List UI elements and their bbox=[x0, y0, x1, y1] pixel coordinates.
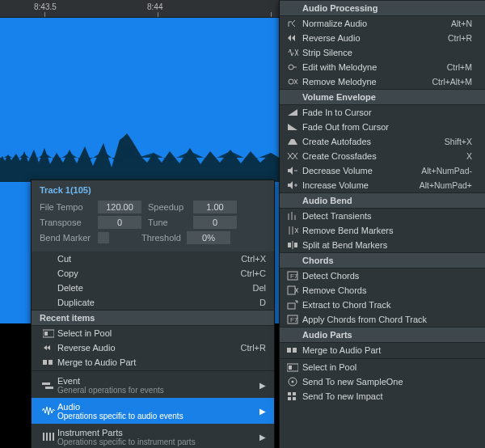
menu-cut[interactable]: CutCtrl+X bbox=[32, 251, 274, 266]
menu-select-in-pool[interactable]: Select in Pool bbox=[32, 326, 274, 340]
strip-silence-icon bbox=[283, 47, 302, 58]
svg-rect-13 bbox=[294, 243, 297, 247]
svg-rect-20 bbox=[287, 348, 291, 353]
menu-header-recent: Recent items bbox=[32, 310, 274, 326]
menu-merge-audio-part-2[interactable]: Merge to Audio Part bbox=[280, 343, 485, 357]
svg-rect-18 bbox=[288, 315, 297, 323]
svg-rect-4 bbox=[42, 382, 50, 385]
audio-submenu: Audio Processing Normalize AudioAlt+N Re… bbox=[279, 0, 485, 448]
svg-rect-7 bbox=[46, 433, 48, 441]
transpose-label: Transpose bbox=[40, 218, 98, 227]
svg-rect-8 bbox=[49, 433, 51, 441]
submenu-header-processing: Audio Processing bbox=[280, 0, 485, 16]
menu-copy[interactable]: CopyCtrl+C bbox=[32, 266, 274, 281]
bend-marker-checkbox[interactable] bbox=[98, 232, 109, 243]
menu-increase-volume[interactable]: Increase VolumeAlt+NumPad+ bbox=[280, 178, 485, 192]
apply-chords-icon: F7 bbox=[283, 314, 302, 325]
split-icon bbox=[283, 239, 302, 251]
remove-chords-icon bbox=[283, 285, 302, 296]
track-properties-panel: Track 1(105) File Tempo 120.00 Speedup 1… bbox=[32, 180, 274, 251]
normalize-icon bbox=[283, 18, 302, 29]
menu-decrease-volume[interactable]: Decrease VolumeAlt+NumPad- bbox=[280, 163, 485, 178]
time-marker: 8:44 bbox=[147, 2, 162, 11]
menu-extract-chord-track[interactable]: Extract to Chord Track bbox=[280, 298, 485, 312]
extract-chords-icon bbox=[283, 299, 302, 311]
detect-chords-icon: F7 bbox=[283, 270, 302, 281]
svg-rect-23 bbox=[289, 366, 292, 370]
menu-remove-chords[interactable]: Remove Chords bbox=[280, 283, 485, 298]
menu-merge-audio-part[interactable]: Merge to Audio Part bbox=[32, 355, 274, 370]
menu-event-submenu[interactable]: Event General operations for events ▶ bbox=[32, 372, 274, 398]
svg-rect-17 bbox=[288, 303, 295, 309]
tune-label: Tune bbox=[148, 218, 193, 227]
svg-rect-28 bbox=[288, 397, 291, 400]
svg-rect-6 bbox=[43, 433, 44, 441]
bend-marker-label: Bend Marker bbox=[40, 233, 98, 243]
menu-split-bend-markers[interactable]: Split at Bend Markers bbox=[280, 238, 485, 252]
fade-in-icon bbox=[283, 107, 302, 118]
transpose-field[interactable]: 0 bbox=[98, 216, 141, 229]
svg-point-25 bbox=[292, 381, 294, 383]
menu-normalize-audio[interactable]: Normalize AudioAlt+N bbox=[280, 16, 485, 31]
svg-rect-3 bbox=[48, 360, 53, 365]
svg-text:F7: F7 bbox=[290, 273, 298, 280]
autofades-icon bbox=[283, 136, 302, 147]
tune-field[interactable]: 0 bbox=[193, 216, 237, 229]
speedup-field[interactable]: 1.00 bbox=[193, 201, 237, 213]
file-tempo-field[interactable]: 120.00 bbox=[98, 201, 141, 213]
time-marker: 8:43.5 bbox=[34, 2, 57, 11]
fade-out-icon bbox=[283, 121, 302, 133]
reverse-icon bbox=[283, 32, 302, 44]
reverse-icon bbox=[40, 342, 57, 353]
svg-rect-12 bbox=[288, 243, 291, 247]
menu-create-autofades[interactable]: Create AutofadesShift+X bbox=[280, 134, 485, 149]
track-context-menu: Track 1(105) File Tempo 120.00 Speedup 1… bbox=[31, 180, 275, 448]
timeline-ruler[interactable]: 8:43.5 8:44 bbox=[0, 0, 279, 18]
menu-duplicate[interactable]: DuplicateD bbox=[32, 295, 274, 310]
menu-select-in-pool-2[interactable]: Select in Pool bbox=[280, 360, 485, 374]
menu-delete[interactable]: DeleteDel bbox=[32, 281, 274, 295]
remove-markers-icon bbox=[283, 225, 302, 236]
svg-rect-16 bbox=[288, 286, 295, 294]
volume-down-icon bbox=[283, 165, 302, 176]
merge-icon bbox=[40, 357, 57, 368]
merge-icon bbox=[283, 344, 302, 356]
submenu-header-chords: Chords bbox=[280, 252, 485, 268]
menu-apply-chords[interactable]: F7Apply Chords from Chord Track bbox=[280, 312, 485, 327]
menu-detect-chords[interactable]: F7Detect Chords bbox=[280, 268, 485, 283]
svg-rect-29 bbox=[293, 397, 296, 400]
svg-rect-5 bbox=[45, 387, 53, 389]
svg-rect-21 bbox=[293, 348, 297, 353]
svg-rect-26 bbox=[288, 392, 291, 395]
svg-point-10 bbox=[289, 65, 293, 70]
file-tempo-label: File Tempo bbox=[40, 202, 98, 212]
menu-remove-bend-markers[interactable]: Remove Bend Markers bbox=[280, 223, 485, 238]
menu-remove-melodyne[interactable]: Remove MelodyneCtrl+Alt+M bbox=[280, 74, 485, 89]
waveform bbox=[0, 133, 279, 182]
menu-reverse-audio[interactable]: Reverse AudioCtrl+R bbox=[32, 340, 274, 355]
pool-icon bbox=[40, 328, 57, 339]
crossfades-icon bbox=[283, 150, 302, 162]
melodyne-icon bbox=[283, 61, 302, 73]
svg-point-24 bbox=[289, 378, 297, 386]
remove-melodyne-icon bbox=[283, 76, 302, 87]
menu-audio-submenu[interactable]: Audio Operations specific to audio event… bbox=[32, 398, 274, 424]
menu-edit-melodyne[interactable]: Edit with MelodyneCtrl+M bbox=[280, 60, 485, 74]
svg-text:F7: F7 bbox=[290, 316, 298, 323]
menu-send-impact[interactable]: Send To new Impact bbox=[280, 389, 485, 404]
menu-reverse-audio-2[interactable]: Reverse AudioCtrl+R bbox=[280, 31, 485, 45]
audio-wave-icon bbox=[40, 405, 57, 416]
menu-detect-transients[interactable]: Detect Transients bbox=[280, 209, 485, 223]
threshold-label: Threshold bbox=[141, 233, 187, 243]
menu-strip-silence[interactable]: Strip Silence bbox=[280, 45, 485, 60]
menu-create-crossfades[interactable]: Create CrossfadesX bbox=[280, 149, 485, 163]
menu-fade-in[interactable]: Fade In to Cursor bbox=[280, 105, 485, 120]
menu-send-sampleone[interactable]: Send To new SampleOne bbox=[280, 374, 485, 389]
threshold-field[interactable]: 0% bbox=[187, 231, 230, 244]
submenu-header-parts: Audio Parts bbox=[280, 327, 485, 343]
sampleone-icon bbox=[283, 376, 302, 387]
menu-instrument-parts-submenu[interactable]: Instrument Parts Operations specific to … bbox=[32, 424, 274, 448]
event-icon bbox=[40, 379, 57, 391]
menu-fade-out[interactable]: Fade Out from Cursor bbox=[280, 120, 485, 134]
svg-rect-1 bbox=[44, 332, 48, 336]
